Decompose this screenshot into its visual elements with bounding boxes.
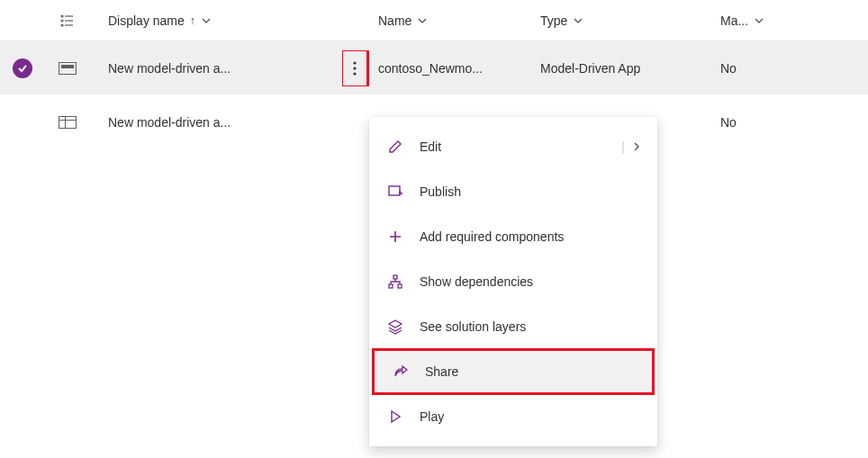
row-managed: No: [720, 115, 737, 130]
svg-point-7: [61, 20, 63, 22]
menu-item-add-required[interactable]: Add required components: [369, 214, 657, 259]
publish-icon: [385, 184, 405, 200]
table-row[interactable]: New model-driven a... contoso_Newmo... M…: [0, 41, 868, 95]
svg-rect-13: [393, 275, 397, 279]
col-header-managed[interactable]: Ma...: [720, 13, 868, 28]
chevron-down-icon: [573, 15, 583, 26]
row-type-cell: Model-Driven App: [540, 61, 720, 76]
col-header-display-name[interactable]: Display name ↑: [90, 13, 342, 28]
menu-item-label: Show dependencies: [420, 274, 641, 289]
row-type: Model-Driven App: [540, 61, 640, 76]
chevron-down-icon: [417, 15, 428, 26]
col-header-name[interactable]: Name: [378, 13, 540, 28]
table-header-row: Display name ↑ Name Type Ma...: [0, 0, 868, 41]
app-thumb-icon: [59, 116, 77, 129]
chevron-right-icon: [632, 141, 641, 152]
edit-icon: [385, 139, 405, 155]
svg-point-8: [61, 24, 63, 26]
col-header-type-label: Type: [540, 13, 567, 28]
row-name-cell: contoso_Newmo...: [378, 61, 540, 76]
chevron-down-icon: [201, 15, 212, 26]
svg-point-11: [353, 72, 356, 75]
row-display-name: New model-driven a...: [108, 61, 231, 76]
dependencies-icon: [385, 274, 405, 290]
row-context-menu: Edit | Publish Add required components S…: [369, 117, 657, 446]
svg-rect-15: [398, 284, 402, 288]
menu-item-label: Add required components: [420, 229, 641, 244]
row-display-name: New model-driven a...: [108, 115, 231, 130]
row-actions-cell: [342, 50, 378, 86]
row-managed-cell: No: [720, 61, 868, 76]
menu-item-label: Play: [420, 409, 641, 424]
vertical-dots-icon: [353, 60, 357, 76]
row-display-name-cell: New model-driven a...: [90, 61, 342, 76]
share-icon: [391, 364, 411, 380]
more-actions-button[interactable]: [342, 50, 367, 86]
col-header-display-name-label: Display name: [108, 13, 185, 28]
col-header-type[interactable]: Type: [540, 13, 720, 28]
row-name: contoso_Newmo...: [378, 61, 483, 76]
svg-point-6: [61, 15, 63, 17]
row-type-icon-cell: [45, 116, 90, 129]
row-managed-cell: No: [720, 115, 868, 130]
row-managed: No: [720, 61, 737, 76]
menu-item-publish[interactable]: Publish: [369, 169, 657, 214]
svg-point-10: [353, 67, 356, 69]
row-select-cell[interactable]: [0, 58, 45, 78]
menu-item-edit[interactable]: Edit |: [369, 124, 657, 169]
col-header-name-label: Name: [378, 13, 411, 28]
submenu-indicator: |: [621, 139, 641, 154]
sort-asc-icon: ↑: [190, 14, 195, 27]
layers-icon: [385, 319, 405, 335]
selected-check-icon: [13, 58, 32, 78]
svg-rect-14: [389, 284, 393, 288]
svg-rect-12: [389, 186, 400, 195]
col-header-view-icon[interactable]: [45, 13, 90, 29]
menu-item-label: See solution layers: [420, 319, 641, 334]
svg-point-9: [353, 61, 356, 64]
row-type-icon-cell: [45, 62, 90, 75]
chevron-down-icon: [754, 15, 764, 26]
menu-item-show-dependencies[interactable]: Show dependencies: [369, 259, 657, 304]
list-view-icon: [59, 13, 76, 29]
app-thumb-icon: [59, 62, 77, 75]
menu-item-label: Edit: [420, 139, 607, 154]
plus-icon: [385, 229, 405, 245]
menu-item-solution-layers[interactable]: See solution layers: [369, 304, 657, 349]
menu-item-label: Share: [425, 364, 636, 379]
menu-item-label: Publish: [420, 184, 641, 199]
play-icon: [385, 409, 405, 425]
menu-item-share[interactable]: Share: [375, 351, 652, 392]
row-display-name-cell: New model-driven a...: [90, 115, 342, 130]
col-header-managed-label: Ma...: [720, 13, 748, 28]
menu-item-play[interactable]: Play: [369, 394, 657, 439]
